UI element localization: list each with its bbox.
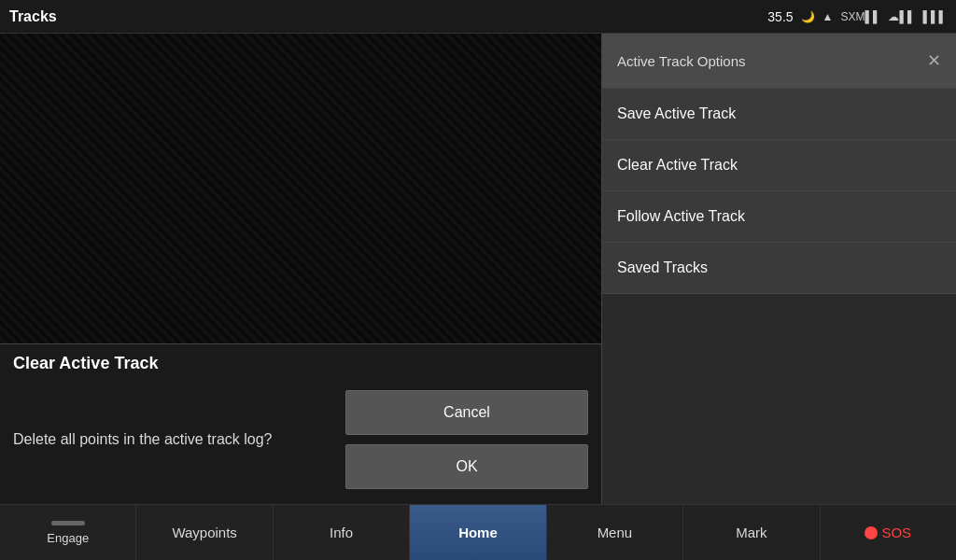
sos-icon [865,526,878,539]
sos-button[interactable]: SOS [821,505,956,560]
cancel-button[interactable]: Cancel [345,390,588,435]
moon-icon: 🌙 [801,10,815,23]
home-label: Home [458,525,498,540]
waypoints-label: Waypoints [172,525,236,540]
info-label: Info [330,525,353,540]
sxm-signal-icon: SXM▌▌ [840,10,880,23]
engage-button[interactable]: Engage [0,505,136,560]
dialog-area: Clear Active Track Delete all points in … [0,343,601,504]
menu-item-active-track-options[interactable]: Active Track Options ✕ [602,34,956,89]
menu-label: Menu [598,525,633,540]
dialog-buttons: Cancel OK [345,390,588,489]
header-title: Tracks [9,8,57,25]
info-button[interactable]: Info [274,505,410,560]
map-area: Clear Active Track Delete all points in … [0,34,601,504]
header: Tracks 35.5 🌙 ▲ SXM▌▌ ☁▌▌ ▌▌▌ [0,0,956,34]
dialog-title: Clear Active Track [0,344,601,381]
mark-label: Mark [736,525,766,540]
engage-label: Engage [47,531,89,545]
sos-label: SOS [881,525,911,540]
waypoints-button[interactable]: Waypoints [136,505,273,560]
nav-icon: ▲ [822,10,834,23]
dialog-body: Delete all points in the active track lo… [0,381,601,504]
ok-button[interactable]: OK [345,444,588,489]
menu-item-follow-active-track[interactable]: Follow Active Track [602,191,956,243]
home-button[interactable]: Home [410,505,546,560]
mark-button[interactable]: Mark [683,505,820,560]
header-status: 35.5 🌙 ▲ SXM▌▌ ☁▌▌ ▌▌▌ [767,9,947,24]
menu-item-saved-tracks[interactable]: Saved Tracks [602,243,956,294]
dropdown-menu: Active Track Options ✕ Save Active Track… [601,34,956,504]
dialog-message: Delete all points in the active track lo… [13,431,327,448]
menu-item-clear-active-track[interactable]: Clear Active Track [602,140,956,191]
engage-handle-icon [51,521,85,525]
footer: Engage Waypoints Info Home Menu Mark SOS [0,504,956,560]
close-icon[interactable]: ✕ [927,50,941,71]
main-area: Clear Active Track Delete all points in … [0,34,956,504]
menu-button[interactable]: Menu [547,505,683,560]
menu-item-label: Active Track Options [617,53,746,69]
wifi-signal-icon: ☁▌▌ [888,10,915,23]
menu-item-save-active-track[interactable]: Save Active Track [602,89,956,140]
speed-display: 35.5 [767,9,793,24]
cell-signal-icon: ▌▌▌ [922,10,947,23]
